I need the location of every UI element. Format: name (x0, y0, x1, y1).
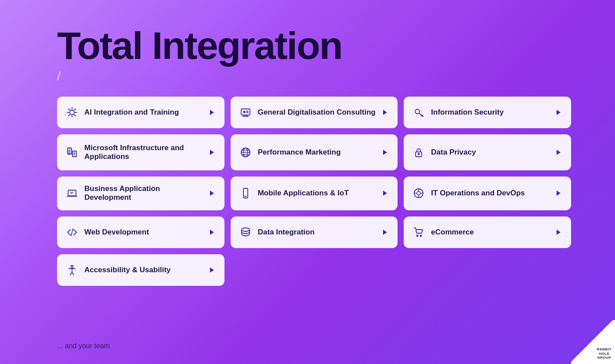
service-card-business-app-dev[interactable]: Business Application Development (57, 177, 224, 210)
svg-marker-23 (557, 110, 561, 115)
service-card-accessibility[interactable]: Accessibility & Usability (57, 254, 224, 286)
service-card-microsoft-infra[interactable]: Microsoft Infrastructure and Application… (57, 134, 224, 170)
svg-point-0 (70, 110, 74, 115)
microsoft-infra-arrow (208, 148, 216, 156)
ecommerce-arrow (554, 228, 562, 236)
svg-marker-57 (557, 191, 561, 196)
accessibility-arrow (208, 266, 216, 274)
key-icon (412, 107, 425, 118)
svg-point-60 (242, 228, 250, 231)
web-development-label: Web Development (84, 228, 149, 237)
ai-integration-arrow (208, 108, 216, 116)
svg-marker-64 (557, 230, 561, 235)
ecommerce-label: eCommerce (431, 228, 474, 237)
footer-text: ... and your team (57, 342, 110, 350)
ai-icon (66, 107, 78, 118)
service-card-mobile-apps[interactable]: Mobile Applications & IoT (231, 177, 398, 210)
information-security-label: Information Security (431, 108, 503, 117)
performance-marketing-label: Performance Marketing (258, 148, 341, 157)
svg-line-69 (72, 272, 74, 275)
page-container: Total Integration / (0, 0, 615, 364)
service-card-ecommerce[interactable]: eCommerce (404, 216, 571, 248)
service-card-data-integration[interactable]: Data Integration (231, 216, 398, 248)
it-operations-arrow (554, 189, 562, 197)
accessibility-label: Accessibility & Usability (84, 266, 171, 274)
page-title: Total Integration (57, 26, 571, 65)
it-operations-label: IT Operations and DevOps (431, 189, 525, 198)
general-digitalisation-arrow (381, 108, 389, 116)
service-card-information-security[interactable]: Information Security (404, 97, 571, 128)
svg-point-52 (417, 191, 420, 195)
data-privacy-label: Data Privacy (431, 148, 476, 157)
svg-line-6 (74, 115, 76, 116)
cart-icon (412, 227, 425, 238)
mobile-icon (239, 187, 252, 199)
svg-marker-18 (383, 110, 387, 115)
general-digitalisation-label: General Digitalisation Consulting (258, 108, 376, 117)
marketing-icon (239, 147, 252, 158)
svg-line-58 (71, 229, 73, 236)
service-card-ai-integration[interactable]: AI Integration and Training (57, 97, 224, 128)
data-privacy-arrow (554, 148, 562, 156)
svg-marker-61 (383, 230, 387, 235)
svg-point-63 (420, 235, 422, 236)
svg-marker-50 (383, 191, 387, 196)
mobile-apps-label: Mobile Applications & IoT (258, 189, 349, 198)
service-card-web-development[interactable]: Web Development (57, 216, 224, 248)
service-card-performance-marketing[interactable]: Performance Marketing (231, 134, 398, 170)
svg-marker-39 (383, 150, 387, 155)
slash-decoration: / (57, 69, 571, 83)
business-app-dev-label: Business Application Development (84, 184, 203, 202)
logo-text: RABBIT HOLE GROUP (597, 347, 611, 360)
service-card-data-privacy[interactable]: Data Privacy (404, 134, 571, 170)
svg-line-7 (74, 109, 76, 110)
svg-point-41 (418, 154, 420, 155)
svg-marker-42 (557, 150, 561, 155)
devops-icon (412, 187, 425, 199)
svg-marker-70 (210, 267, 214, 273)
service-card-general-digitalisation[interactable]: General Digitalisation Consulting (231, 97, 398, 128)
microsoft-icon (66, 147, 78, 158)
database-icon (239, 227, 252, 238)
svg-marker-59 (210, 230, 214, 235)
svg-point-65 (71, 265, 73, 267)
logo-corner: RABBIT HOLE GROUP (571, 320, 615, 364)
svg-point-62 (417, 235, 418, 236)
svg-line-68 (70, 272, 72, 275)
svg-marker-33 (210, 150, 214, 155)
svg-rect-10 (241, 109, 250, 115)
microsoft-infra-label: Microsoft Infrastructure and Application… (84, 144, 203, 162)
accessibility-icon (66, 264, 78, 276)
web-development-arrow (208, 228, 216, 236)
laptop-icon (66, 187, 78, 199)
svg-line-8 (69, 115, 70, 116)
data-integration-label: Data Integration (258, 228, 315, 237)
svg-marker-9 (210, 110, 214, 115)
information-security-arrow (554, 108, 562, 116)
services-grid: AI Integration and Training (57, 97, 571, 286)
lock-icon (412, 147, 425, 158)
mobile-apps-arrow (381, 189, 389, 197)
digitalisation-icon (239, 107, 252, 118)
svg-line-46 (72, 192, 73, 194)
service-card-it-operations[interactable]: IT Operations and DevOps (404, 177, 571, 210)
code-icon (66, 227, 78, 238)
business-app-dev-arrow (208, 189, 216, 197)
performance-marketing-arrow (381, 148, 389, 156)
data-integration-arrow (381, 228, 389, 236)
svg-line-5 (69, 109, 70, 110)
ai-integration-label: AI Integration and Training (84, 108, 179, 117)
svg-marker-47 (210, 191, 214, 196)
